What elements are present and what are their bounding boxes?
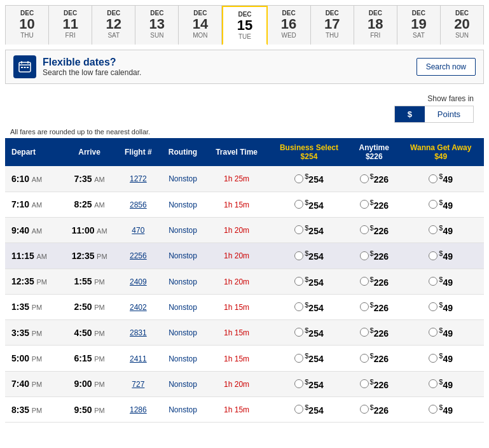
calendar-icon xyxy=(13,55,36,78)
business-radio[interactable] xyxy=(294,200,303,209)
anytime-radio[interactable] xyxy=(360,251,369,260)
points-toggle[interactable]: Points xyxy=(425,106,473,122)
business-radio[interactable] xyxy=(294,225,303,234)
table-row: 11:15 AM 12:35 PM 2256 Nonstop 1h 20m $2… xyxy=(5,243,484,269)
business-radio[interactable] xyxy=(294,174,303,183)
routing: Nonstop xyxy=(160,192,206,217)
date-cell-14[interactable]: DEC 14 MON xyxy=(179,6,222,45)
fare-business: $254 xyxy=(268,397,350,423)
fare-wanna: $49 xyxy=(397,371,484,396)
col-wanna-get-away: Wanna Get Away $49 xyxy=(397,138,484,166)
date-cell-11[interactable]: DEC 11 FRI xyxy=(49,6,92,45)
date-bar: DEC 10 THU DEC 11 FRI DEC 12 SAT DEC 13 … xyxy=(5,5,484,45)
dollar-toggle[interactable]: $ xyxy=(395,106,425,122)
fare-wanna: $49 xyxy=(397,192,484,217)
fare-business: $254 xyxy=(268,217,350,242)
arrive-time: 9:50 PM xyxy=(62,397,116,423)
wanna-radio[interactable] xyxy=(429,277,437,286)
flight-number: 1286 xyxy=(116,397,160,423)
fare-anytime: $226 xyxy=(350,192,397,217)
fare-business: $254 xyxy=(268,371,350,396)
travel-time: 1h 15m xyxy=(205,397,267,423)
date-cell-13[interactable]: DEC 13 SUN xyxy=(135,6,179,45)
routing: Nonstop xyxy=(160,269,206,294)
wanna-radio[interactable] xyxy=(429,174,437,183)
fare-wanna: $49 xyxy=(397,397,484,423)
date-cell-15[interactable]: DEC 15 TUE xyxy=(222,6,267,45)
date-cell-20[interactable]: DEC 20 SUN xyxy=(441,6,483,45)
svg-rect-5 xyxy=(24,67,26,68)
business-radio[interactable] xyxy=(294,379,303,388)
routing: Nonstop xyxy=(160,371,206,396)
anytime-radio[interactable] xyxy=(360,302,369,311)
col-flight-num: Flight # xyxy=(116,138,160,166)
wanna-radio[interactable] xyxy=(429,379,437,388)
travel-time: 1h 15m xyxy=(205,192,267,217)
table-row: 5:00 PM 6:15 PM 2411 Nonstop 1h 15m $254… xyxy=(5,346,484,371)
table-header: Depart Arrive Flight # Routing Travel Ti… xyxy=(5,138,484,166)
date-cell-12[interactable]: DEC 12 SAT xyxy=(92,6,135,45)
col-anytime: Anytime $226 xyxy=(350,138,397,166)
anytime-radio[interactable] xyxy=(360,405,369,414)
wanna-radio[interactable] xyxy=(429,225,437,234)
travel-time: 1h 15m xyxy=(205,294,267,319)
depart-time: 12:35 PM xyxy=(5,269,62,294)
anytime-radio[interactable] xyxy=(360,354,369,363)
fare-wanna: $49 xyxy=(397,320,484,346)
anytime-radio[interactable] xyxy=(360,277,369,286)
fare-wanna: $49 xyxy=(397,217,484,242)
svg-rect-4 xyxy=(21,67,23,68)
fare-anytime: $226 xyxy=(350,166,397,192)
fare-business: $254 xyxy=(268,294,350,319)
business-radio[interactable] xyxy=(294,354,303,363)
anytime-radio[interactable] xyxy=(360,174,369,183)
table-row: 7:10 AM 8:25 AM 2856 Nonstop 1h 15m $254… xyxy=(5,192,484,217)
wanna-radio[interactable] xyxy=(429,328,437,337)
fare-wanna: $49 xyxy=(397,346,484,371)
svg-rect-6 xyxy=(27,67,29,68)
fare-anytime: $226 xyxy=(350,320,397,346)
wanna-radio[interactable] xyxy=(429,251,437,260)
fare-business: $254 xyxy=(268,166,350,192)
wanna-radio[interactable] xyxy=(429,302,437,311)
wanna-radio[interactable] xyxy=(429,354,437,363)
fare-business: $254 xyxy=(268,269,350,294)
col-routing: Routing xyxy=(160,138,206,166)
fare-wanna: $49 xyxy=(397,294,484,319)
date-cell-10[interactable]: DEC 10 THU xyxy=(6,6,49,45)
wanna-radio[interactable] xyxy=(429,200,437,209)
arrive-time: 11:00 AM xyxy=(62,217,116,242)
routing: Nonstop xyxy=(160,346,206,371)
date-cell-17[interactable]: DEC 17 THU xyxy=(311,6,354,45)
business-radio[interactable] xyxy=(294,251,303,260)
fare-anytime: $226 xyxy=(350,294,397,319)
business-radio[interactable] xyxy=(294,328,303,337)
wanna-radio[interactable] xyxy=(429,405,437,414)
business-radio[interactable] xyxy=(294,405,303,414)
depart-time: 1:35 PM xyxy=(5,294,62,319)
search-now-button[interactable]: Search now xyxy=(417,58,476,76)
anytime-radio[interactable] xyxy=(360,379,369,388)
fare-anytime: $226 xyxy=(350,371,397,396)
routing: Nonstop xyxy=(160,243,206,269)
routing: Nonstop xyxy=(160,320,206,346)
arrive-time: 9:00 PM xyxy=(62,371,116,396)
anytime-radio[interactable] xyxy=(360,328,369,337)
anytime-radio[interactable] xyxy=(360,200,369,209)
date-cell-19[interactable]: DEC 19 SAT xyxy=(397,6,441,45)
fare-wanna: $49 xyxy=(397,243,484,269)
travel-time: 1h 20m xyxy=(205,243,267,269)
depart-time: 8:35 PM xyxy=(5,397,62,423)
flight-number: 470 xyxy=(116,217,160,242)
fares-toggle: $ Points xyxy=(394,106,474,123)
date-cell-18[interactable]: DEC 18 FRI xyxy=(354,6,397,45)
date-cell-16[interactable]: DEC 16 WED xyxy=(268,6,311,45)
anytime-radio[interactable] xyxy=(360,225,369,234)
col-travel-time: Travel Time xyxy=(205,138,267,166)
depart-time: 6:10 AM xyxy=(5,166,62,192)
flexible-dates-subtitle: Search the low fare calendar. xyxy=(43,68,417,77)
show-fares-section: Show fares in $ Points xyxy=(5,89,484,123)
business-radio[interactable] xyxy=(294,277,303,286)
business-radio[interactable] xyxy=(294,302,303,311)
table-row: 7:40 PM 9:00 PM 727 Nonstop 1h 20m $254 … xyxy=(5,371,484,396)
